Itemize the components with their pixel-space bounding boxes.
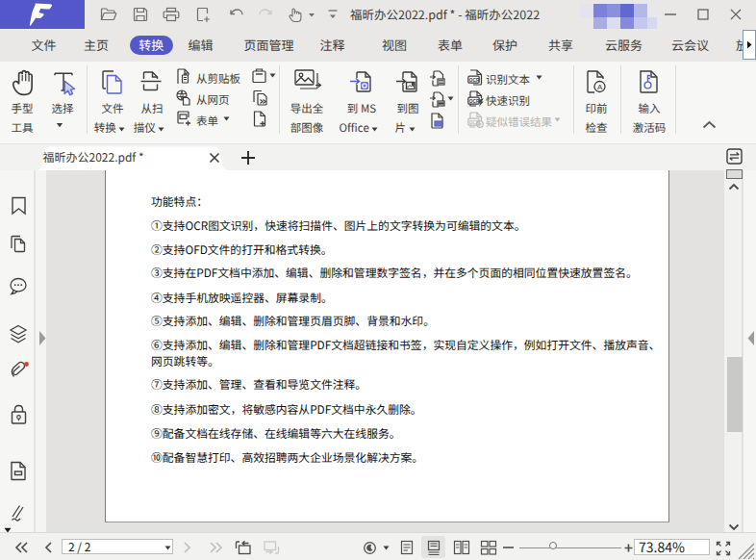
- svg-text:OCR: OCR: [469, 99, 480, 104]
- svg-text:OCR: OCR: [469, 78, 480, 83]
- svg-text:A: A: [597, 83, 603, 91]
- svg-text:OCR: OCR: [469, 120, 480, 125]
